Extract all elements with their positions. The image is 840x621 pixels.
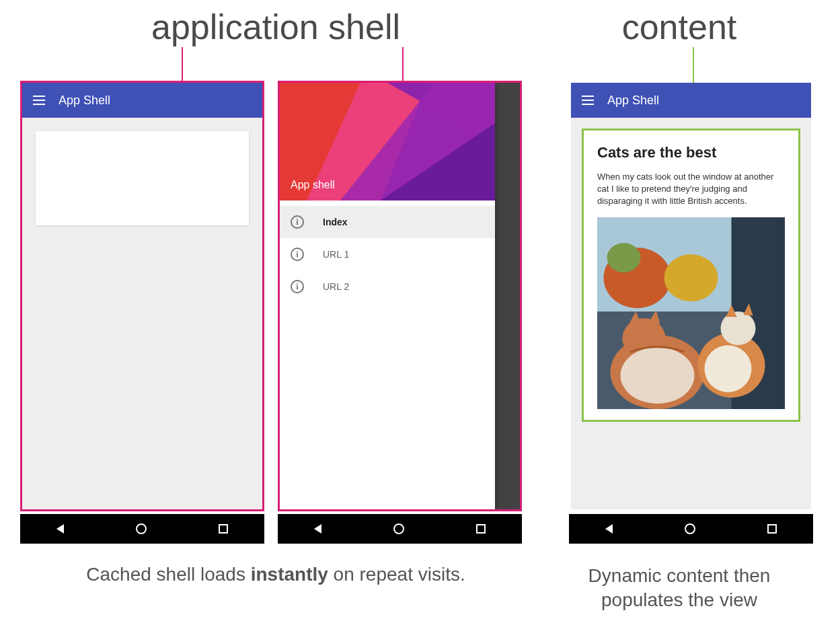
svg-point-18 [721, 312, 756, 345]
empty-content-card [36, 131, 249, 225]
content-body: When my cats look out the window at anot… [597, 171, 785, 208]
nav-back-icon[interactable] [56, 524, 64, 534]
nav-recent-icon[interactable] [767, 524, 777, 534]
app-title: App Shell [607, 94, 659, 108]
info-icon: i [291, 215, 304, 229]
android-nav-bar [278, 514, 522, 544]
app-bar: App Shell [571, 83, 811, 118]
app-title: App Shell [59, 94, 110, 108]
drawer-item-label: URL 2 [323, 281, 349, 292]
caption-content: Dynamic content then populates the view [545, 564, 814, 613]
hamburger-menu-icon[interactable] [33, 96, 45, 105]
header-application-shell: application shell [20, 7, 531, 47]
drawer-item-label: URL 1 [323, 249, 349, 260]
svg-point-11 [607, 243, 641, 272]
android-nav-bar [569, 514, 813, 544]
connector-line-shell-2 [402, 47, 404, 84]
drawer-item-index[interactable]: i Index [280, 206, 495, 238]
svg-point-16 [621, 347, 695, 404]
nav-back-icon[interactable] [605, 524, 613, 534]
nav-home-icon[interactable] [685, 523, 695, 534]
caption-shell: Cached shell loads instantly on repeat v… [20, 564, 531, 613]
drawer-title: App shell [291, 179, 335, 191]
info-icon: i [291, 280, 304, 293]
svg-point-10 [664, 254, 718, 301]
connector-line-shell-1 [182, 47, 183, 84]
phone-panel-shell-empty: App Shell [20, 81, 264, 544]
nav-home-icon[interactable] [393, 523, 404, 534]
drawer-item-label: Index [323, 217, 348, 227]
drawer-item-url2[interactable]: i URL 2 [280, 270, 495, 303]
nav-recent-icon[interactable] [219, 524, 228, 534]
nav-home-icon[interactable] [136, 523, 147, 534]
drawer-header: App shell [280, 83, 495, 200]
drawer-item-url1[interactable]: i URL 1 [280, 238, 495, 270]
phone-panel-content: App Shell Cats are the best When my cats… [569, 81, 813, 544]
android-nav-bar [20, 514, 264, 544]
header-content: content [545, 7, 814, 47]
navigation-drawer: App shell i Index i URL 1 i U [280, 83, 495, 509]
phone-panel-shell-drawer: App shell i Index i URL 1 i U [278, 81, 522, 544]
svg-point-21 [705, 345, 752, 392]
content-title: Cats are the best [597, 144, 785, 161]
nav-recent-icon[interactable] [476, 524, 486, 534]
nav-back-icon[interactable] [314, 524, 321, 534]
app-bar: App Shell [22, 83, 262, 118]
info-icon: i [291, 248, 304, 261]
content-image-cats [597, 217, 785, 409]
hamburger-menu-icon[interactable] [582, 96, 594, 105]
content-card: Cats are the best When my cats look out … [582, 129, 800, 422]
